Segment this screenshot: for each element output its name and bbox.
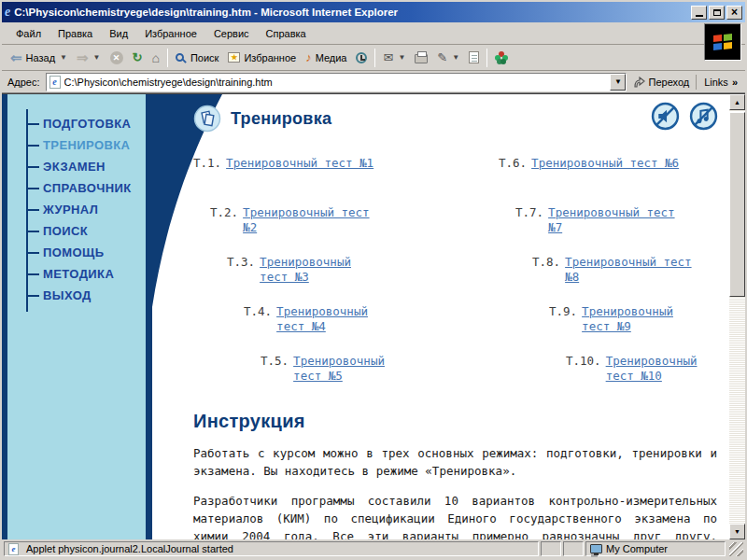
address-input[interactable] [64, 75, 611, 90]
instruction-title: Инструкция [193, 411, 717, 432]
edit-button[interactable]: ✎ ▼ [432, 48, 464, 67]
home-icon: ⌂ [151, 50, 159, 65]
sidebar-nav: ПОДГОТОВКА ТРЕНИРОВКА ЭКЗАМЕН СПРАВОЧНИК… [7, 94, 146, 539]
menu-tools[interactable]: Сервис [205, 25, 258, 42]
search-button[interactable]: Поиск [171, 49, 223, 66]
favorites-icon: ★ [228, 52, 240, 63]
restore-button[interactable] [709, 6, 725, 20]
sidebar-item-trenirovka[interactable]: ТРЕНИРОВКА [28, 134, 146, 156]
links-bar[interactable]: Links » [696, 75, 741, 90]
test-link-3[interactable]: Тренировочныйтест №3 [260, 255, 351, 285]
address-bar: Адрес: e ▼ Переход Links » [2, 71, 745, 93]
minimize-icon [696, 15, 703, 17]
ie-status-icon: e [8, 543, 19, 555]
ie-logo-icon: e [5, 5, 10, 20]
media-button[interactable]: ♪ Медиа [301, 48, 351, 67]
minimize-button[interactable] [691, 6, 707, 20]
test-link-7[interactable]: Тренировочный тест№7 [548, 205, 674, 235]
test-link-9[interactable]: Тренировочныйтест №9 [582, 304, 673, 334]
messenger-button[interactable] [490, 49, 513, 67]
menu-view[interactable]: Вид [101, 25, 136, 42]
links-label: Links [704, 77, 728, 88]
resize-grip[interactable] [729, 542, 743, 556]
toolbar-separator [374, 49, 375, 67]
status-bar: e Applet physicon.journal2.LocalJournal … [2, 539, 745, 558]
mute-sound-button[interactable] [651, 102, 680, 131]
status-message-pane: e Applet physicon.journal2.LocalJournal … [4, 541, 539, 556]
test-item: Т.3. Тренировочныйтест №3 [227, 255, 499, 285]
windows-throbber-icon [704, 23, 741, 61]
scroll-down-button[interactable]: ▼ [729, 524, 745, 539]
stop-button[interactable]: ✕ [106, 49, 128, 67]
sidebar-list: ПОДГОТОВКА ТРЕНИРОВКА ЭКЗАМЕН СПРАВОЧНИК… [26, 109, 146, 312]
test-column-right: Т.6. Тренировочный тест №6 Т.7. Трениров… [499, 156, 717, 403]
ie-page-icon: e [49, 76, 61, 89]
menu-file[interactable]: Файл [7, 25, 49, 42]
favorites-label: Избранное [244, 52, 296, 63]
test-number: Т.4. [244, 304, 272, 334]
discuss-button[interactable] [464, 49, 484, 66]
media-label: Медиа [316, 52, 347, 63]
address-dropdown-button[interactable]: ▼ [610, 74, 626, 91]
test-item: Т.10. Тренировочныйтест №10 [566, 354, 717, 384]
history-button[interactable] [351, 49, 372, 66]
stop-icon: ✕ [110, 51, 123, 64]
window-title: C:\Physicon\chemistryege\design\training… [14, 7, 689, 18]
test-number: Т.10. [566, 354, 601, 384]
menu-edit[interactable]: Правка [49, 25, 101, 42]
go-label: Переход [648, 77, 689, 88]
test-link-4[interactable]: Тренировочныйтест №4 [276, 304, 368, 334]
page-title: Тренировка [231, 109, 331, 129]
test-link-8[interactable]: Тренировочный тест№8 [565, 255, 691, 285]
test-link-10[interactable]: Тренировочныйтест №10 [606, 354, 698, 384]
test-number: Т.5. [261, 354, 289, 384]
print-button[interactable] [410, 49, 432, 66]
mute-controls [651, 102, 718, 131]
edit-dropdown-icon[interactable]: ▼ [452, 53, 459, 62]
mail-icon: ✉ [383, 50, 393, 64]
close-button[interactable]: × [726, 6, 742, 20]
mute-music-button[interactable] [689, 102, 718, 131]
refresh-icon: ↻ [133, 50, 143, 64]
scroll-up-button[interactable]: ▲ [729, 94, 745, 110]
back-label: Назад [26, 52, 56, 63]
test-link-2[interactable]: Тренировочный тест№2 [243, 205, 369, 235]
test-item: Т.2. Тренировочный тест№2 [210, 205, 499, 235]
vertical-scrollbar[interactable]: ▲ ▼ [729, 94, 745, 539]
sidebar-item-zhurnal[interactable]: ЖУРНАЛ [28, 199, 146, 220]
sidebar-item-spravochnik[interactable]: СПРАВОЧНИК [28, 177, 146, 199]
training-section-icon [193, 105, 221, 133]
test-link-5[interactable]: Тренировочныйтест №5 [293, 354, 385, 384]
edit-icon: ✎ [437, 50, 447, 64]
test-link-1[interactable]: Тренировочный тест №1 [226, 156, 374, 171]
go-button[interactable]: Переход [627, 75, 696, 90]
forward-dropdown-icon[interactable]: ▼ [93, 53, 101, 62]
sidebar-item-ekzamen[interactable]: ЭКЗАМЕН [28, 156, 146, 177]
back-dropdown-icon[interactable]: ▼ [60, 53, 67, 62]
menu-help[interactable]: Справка [258, 25, 315, 42]
sidebar-item-pomosch[interactable]: ПОМОЩЬ [28, 242, 146, 263]
forward-button[interactable]: ⇒ ▼ [72, 49, 106, 67]
sidebar-item-metodika[interactable]: МЕТОДИКА [28, 263, 146, 285]
browser-window: e C:\Physicon\chemistryege\design\traini… [0, 0, 747, 560]
sidebar-item-poisk[interactable]: ПОИСК [28, 220, 146, 242]
scrollbar-thumb[interactable] [729, 112, 745, 297]
status-pane-empty [563, 541, 584, 556]
home-button[interactable]: ⌂ [147, 48, 163, 68]
refresh-button[interactable]: ↻ [128, 48, 148, 67]
page-header: Тренировка [193, 104, 717, 133]
main-area: Тренировка Т.1 [146, 94, 729, 539]
test-link-6[interactable]: Тренировочный тест №6 [531, 156, 679, 171]
test-number: Т.7. [515, 205, 543, 235]
search-label: Поиск [190, 52, 218, 63]
sidebar-item-vykhod[interactable]: ВЫХОД [28, 285, 146, 306]
back-button[interactable]: ⇐ Назад ▼ [6, 49, 72, 67]
favorites-button[interactable]: ★ Избранное [223, 49, 301, 66]
menu-favorites[interactable]: Избранное [136, 25, 205, 42]
mail-button[interactable]: ✉ ▼ [378, 48, 410, 67]
test-number: Т.2. [210, 205, 238, 235]
media-icon: ♪ [305, 50, 312, 64]
sidebar-item-podgotovka[interactable]: ПОДГОТОВКА [28, 113, 146, 134]
history-icon [356, 52, 367, 63]
mail-dropdown-icon[interactable]: ▼ [398, 53, 405, 62]
